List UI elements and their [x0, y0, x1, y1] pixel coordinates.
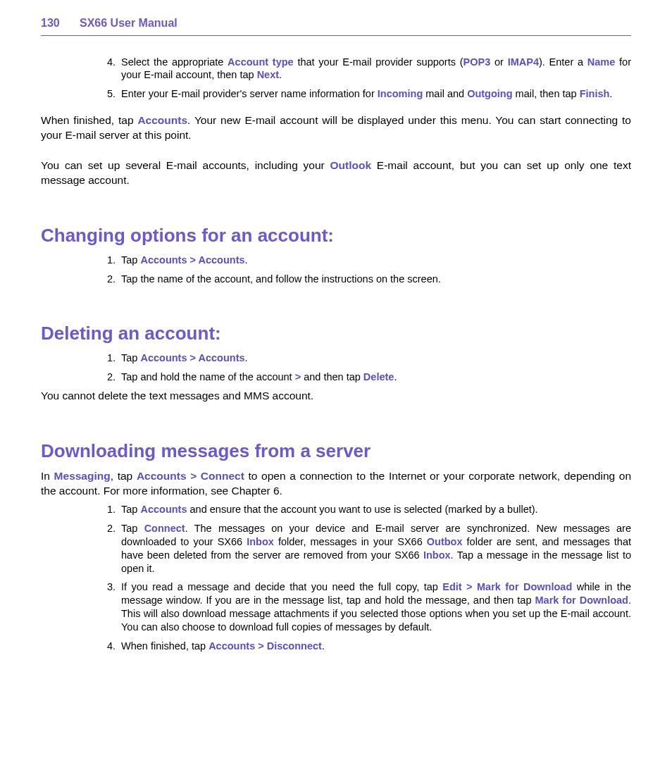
dl-step-2: Tap Connect. The messages on your device…: [118, 522, 631, 575]
deleting-step-2: Tap and hold the name of the account > a…: [118, 371, 631, 384]
heading-deleting-account: Deleting an account:: [41, 321, 631, 346]
deleting-steps: Tap Accounts > Accounts. Tap and hold th…: [41, 351, 631, 384]
heading-downloading-messages: Downloading messages from a server: [41, 439, 631, 463]
dl-step-3: If you read a message and decide that yo…: [118, 580, 631, 633]
downloading-steps: Tap Accounts and ensure that the account…: [41, 503, 631, 652]
step-4: Select the appropriate Account type that…: [118, 56, 631, 82]
changing-step-1: Tap Accounts > Accounts.: [118, 254, 631, 267]
manual-title: SX66 User Manual: [80, 15, 178, 31]
dl-step-1: Tap Accounts and ensure that the account…: [118, 503, 631, 516]
downloading-intro: In Messaging, tap Accounts > Connect to …: [41, 469, 631, 499]
deleting-note: You cannot delete the text messages and …: [41, 389, 631, 404]
intro-steps: Select the appropriate Account type that…: [41, 56, 631, 101]
changing-options-steps: Tap Accounts > Accounts. Tap the name of…: [41, 254, 631, 286]
multiple-accounts-paragraph: You can set up several E-mail accounts, …: [41, 158, 631, 188]
page-header: 130 SX66 User Manual: [41, 15, 631, 36]
page-number: 130: [41, 15, 80, 31]
deleting-step-1: Tap Accounts > Accounts.: [118, 351, 631, 365]
manual-page: 130 SX66 User Manual Select the appropri…: [0, 0, 672, 784]
changing-step-2: Tap the name of the account, and follow …: [118, 273, 631, 286]
dl-step-4: When finished, tap Accounts > Disconnect…: [118, 640, 631, 653]
step-5: Enter your E-mail provider's server name…: [118, 87, 631, 101]
heading-changing-options: Changing options for an account:: [41, 223, 631, 248]
finished-paragraph: When finished, tap Accounts. Your new E-…: [41, 113, 631, 143]
